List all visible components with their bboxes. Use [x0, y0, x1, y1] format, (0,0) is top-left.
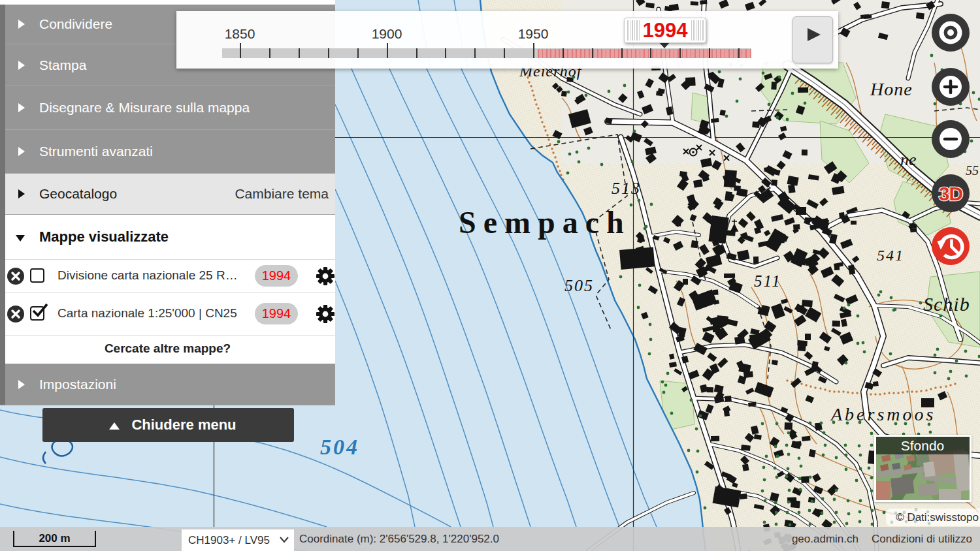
- svg-text:Sfondo: Sfondo: [901, 438, 945, 453]
- svg-text:Abersmoos: Abersmoos: [830, 404, 936, 424]
- svg-text:Hone: Hone: [870, 79, 913, 99]
- svg-text:511: 511: [754, 272, 781, 290]
- svg-text:ne: ne: [900, 150, 917, 169]
- svg-text:541: 541: [877, 247, 904, 264]
- svg-text:504: 504: [320, 435, 359, 459]
- svg-text:505: 505: [564, 276, 594, 295]
- svg-text:513: 513: [612, 179, 641, 198]
- svg-text:3D: 3D: [939, 183, 963, 204]
- svg-text:Schib: Schib: [923, 293, 970, 315]
- svg-text:Sempach: Sempach: [459, 205, 631, 240]
